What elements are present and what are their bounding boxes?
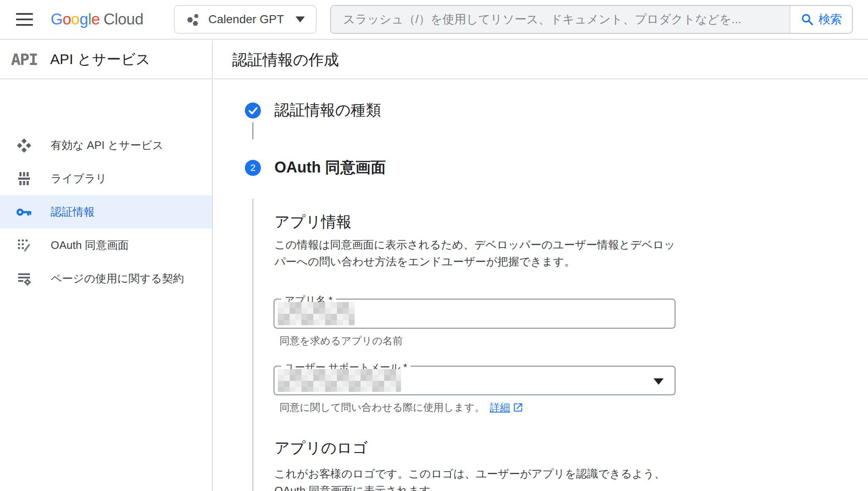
search-input[interactable] xyxy=(331,6,789,33)
stepper-step-1[interactable]: 認証情報の種類 xyxy=(245,100,381,121)
hamburger-menu-icon[interactable] xyxy=(16,13,33,26)
step-1-title: 認証情報の種類 xyxy=(274,100,381,121)
external-link-icon xyxy=(513,402,524,413)
sidebar-title: API とサービス xyxy=(50,50,150,69)
sidebar-header: API API とサービス xyxy=(0,40,212,79)
sidebar-item-label: OAuth 同意画面 xyxy=(51,238,129,253)
step-2-number: 2 xyxy=(250,162,255,173)
stepper-content-connector xyxy=(252,199,253,491)
details-link[interactable]: 詳細 xyxy=(490,401,510,414)
redacted-app-name-value xyxy=(278,302,355,325)
project-icon xyxy=(186,12,200,27)
google-cloud-logo: GoogleCloud xyxy=(51,11,144,28)
sidebar-item-label: ページの使用に関する契約 xyxy=(51,271,184,286)
dropdown-caret-icon xyxy=(654,378,664,385)
page-title: 認証情報の作成 xyxy=(214,40,868,79)
google-logo-text: Google xyxy=(51,11,100,28)
key-icon xyxy=(16,204,32,220)
app-logo-description: これがお客様のロゴです。このロゴは、ユーザーがアプリを認識できるよう、 OAut… xyxy=(274,465,665,491)
stepper-step-2[interactable]: 2 OAuth 同意画面 xyxy=(245,157,386,178)
sidebar-item-library[interactable]: ライブラリ xyxy=(0,162,212,195)
sidebar-menu: 有効な API とサービス ライブラリ 認証情報 xyxy=(0,79,212,295)
cloud-logo-text: Cloud xyxy=(103,11,143,28)
stepper-connector xyxy=(252,122,253,139)
app-logo-heading: アプリのロゴ xyxy=(274,438,368,459)
search-icon xyxy=(800,13,814,26)
library-icon xyxy=(16,171,32,186)
main-content: 認証情報の種類 2 OAuth 同意画面 アプリ情報 この情報は同意画面に表示さ… xyxy=(213,79,868,491)
sidebar-item-enabled-apis[interactable]: 有効な API とサービス xyxy=(0,129,212,162)
search-button[interactable]: 検索 xyxy=(789,6,852,33)
search-bar: 検索 xyxy=(330,5,853,34)
sidebar: API API とサービス 有効な API とサービス xyxy=(0,40,213,491)
redacted-support-email-value xyxy=(278,369,401,392)
app-name-helper: 同意を求めるアプリの名前 xyxy=(279,334,403,348)
sidebar-item-label: 認証情報 xyxy=(51,205,95,219)
sidebar-item-label: 有効な API とサービス xyxy=(51,138,163,153)
page-usage-agreement-icon xyxy=(16,271,32,286)
step-2-title: OAuth 同意画面 xyxy=(274,157,386,178)
step-1-completed-circle xyxy=(245,103,261,119)
check-icon xyxy=(245,103,261,119)
sidebar-item-credentials[interactable]: 認証情報 xyxy=(0,195,212,229)
search-button-label: 検索 xyxy=(818,11,842,27)
project-selector[interactable]: Calender GPT xyxy=(174,5,317,34)
step-2-number-circle: 2 xyxy=(245,160,261,176)
enabled-apis-icon xyxy=(16,138,32,154)
oauth-consent-icon xyxy=(16,238,32,253)
api-logo: API xyxy=(11,50,38,69)
app-info-heading: アプリ情報 xyxy=(274,212,352,232)
chevron-down-icon xyxy=(296,16,305,22)
sidebar-item-oauth-consent[interactable]: OAuth 同意画面 xyxy=(0,229,212,262)
app-info-description: この情報は同意画面に表示されるため、デベロッパーのユーザー情報とデベロッ パーへ… xyxy=(274,236,675,270)
support-email-helper-text: 同意に関して問い合わせる際に使用します。 xyxy=(279,401,485,414)
support-email-field[interactable]: ユーザー サポートメール * xyxy=(274,366,675,395)
app-bar: GoogleCloud Calender GPT 検索 xyxy=(0,0,868,40)
app-name-field[interactable]: アプリ名 * xyxy=(274,299,675,329)
project-name: Calender GPT xyxy=(209,13,284,26)
sidebar-item-page-usage-agreements[interactable]: ページの使用に関する契約 xyxy=(0,262,212,295)
sidebar-item-label: ライブラリ xyxy=(51,171,107,186)
support-email-helper: 同意に関して問い合わせる際に使用します。 詳細 xyxy=(279,401,524,414)
